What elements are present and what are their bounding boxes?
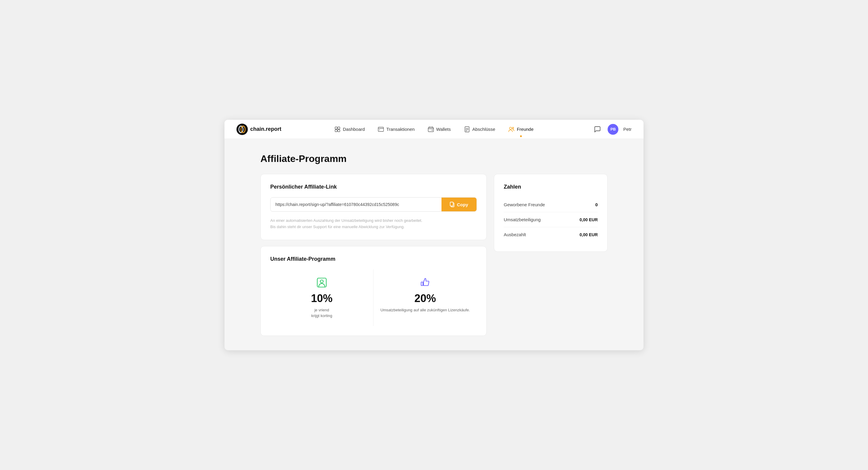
nav-label-freunde: Freunde [517,127,534,132]
avatar[interactable]: PB [608,124,618,135]
user-name[interactable]: Petr [623,127,631,132]
svg-rect-3 [335,127,337,129]
freunde-icon [508,126,515,132]
nav-label-abschlusse: Abschlüsse [472,127,495,132]
svg-point-0 [237,124,248,135]
thumbs-up-icon [419,277,431,289]
nav-label-transaktionen: Transaktionen [386,127,415,132]
logo-text: chain.report [250,126,281,132]
stat-2-percent: 20% [414,292,436,305]
svg-point-11 [432,130,433,130]
svg-rect-4 [338,127,340,129]
svg-rect-12 [465,127,469,132]
affiliate-program-heading: Unser Affiliate-Programm [270,256,477,262]
copy-button-label: Copy [457,202,468,207]
nav-label-dashboard: Dashboard [343,127,365,132]
svg-rect-5 [335,130,337,132]
zahlen-heading: Zahlen [504,184,598,190]
affiliate-stats: 10% je vriend krijgt korting [270,270,477,326]
navbar: chain.report Dashboard [224,120,644,139]
affiliate-link-card: Persönlicher Affiliate-Link Copy An ei [260,174,487,240]
affiliate-link-row: Copy [270,197,477,212]
nav-right: PB Petr [592,124,631,135]
svg-rect-22 [421,282,423,286]
nav-active-dot [520,135,522,137]
svg-rect-19 [450,202,453,206]
dashboard-icon [334,126,340,132]
logo[interactable]: chain.report [237,124,281,135]
logo-icon [237,124,248,135]
nav-item-freunde[interactable]: Freunde [503,124,539,135]
app-window: chain.report Dashboard [224,120,644,350]
right-column: Zahlen Geworbene Freunde 0 Umsatzbeteili… [494,174,608,336]
nav-item-dashboard[interactable]: Dashboard [329,124,370,135]
stat-1-desc: je vriend krijgt korting [311,307,332,319]
svg-point-21 [320,280,323,283]
svg-rect-6 [338,130,340,132]
content-grid: Persönlicher Affiliate-Link Copy An ei [260,174,608,336]
affiliate-link-input[interactable] [271,198,441,211]
abschlusse-icon [464,126,470,132]
stat-item-2: 20% Umsatzbeteiligung auf alle zukünftig… [374,270,477,326]
page-title: Affiliate-Programm [260,153,608,164]
nav-item-wallets[interactable]: Wallets [422,124,456,135]
affiliate-note-line1: An einer automatisierten Auszahlung der … [270,218,422,223]
zahlen-label-0: Geworbene Freunde [504,202,545,207]
affiliate-note: An einer automatisierten Auszahlung der … [270,218,477,230]
main-content: Affiliate-Programm Persönlicher Affiliat… [224,139,644,350]
nav-links: Dashboard Transaktionen [329,124,539,135]
stat-item-1: 10% je vriend krijgt korting [270,270,374,326]
zahlen-row-0: Geworbene Freunde 0 [504,197,598,212]
chat-icon[interactable] [592,124,603,135]
copy-icon [450,202,455,207]
nav-item-abschlusse[interactable]: Abschlüsse [459,124,501,135]
copy-button[interactable]: Copy [441,197,477,211]
zahlen-value-2: 0,00 EUR [580,232,598,237]
svg-rect-10 [428,128,433,132]
svg-point-17 [513,127,514,129]
zahlen-label-1: Umsatzbeteiligung [504,217,540,222]
stat-1-percent: 10% [311,292,333,305]
transaktionen-icon [378,126,384,132]
user-card-icon [316,277,328,289]
affiliate-link-heading: Persönlicher Affiliate-Link [270,184,477,190]
zahlen-value-1: 0,00 EUR [580,217,598,222]
zahlen-value-0: 0 [595,202,598,207]
wallets-icon [428,126,434,132]
nav-label-wallets: Wallets [436,127,451,132]
zahlen-card: Zahlen Geworbene Freunde 0 Umsatzbeteili… [494,174,608,252]
zahlen-label-2: Ausbezahlt [504,232,526,237]
affiliate-program-card: Unser Affiliate-Programm 10% [260,246,487,336]
zahlen-row-2: Ausbezahlt 0,00 EUR [504,227,598,242]
zahlen-row-1: Umsatzbeteiligung 0,00 EUR [504,212,598,227]
affiliate-note-line2: Bis dahin steht dir unser Support für ei… [270,224,405,229]
svg-point-16 [509,127,512,129]
stat-2-desc: Umsatzbeteiligung auf alle zukünftigen L… [380,307,470,313]
nav-item-transaktionen[interactable]: Transaktionen [373,124,420,135]
left-column: Persönlicher Affiliate-Link Copy An ei [260,174,487,336]
svg-rect-7 [378,127,384,131]
